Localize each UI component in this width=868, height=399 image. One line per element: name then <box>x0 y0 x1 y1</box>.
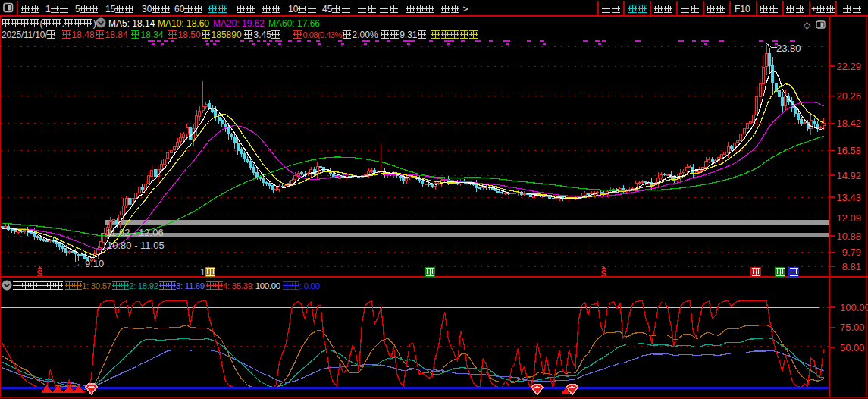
svg-text:75.00: 75.00 <box>840 322 865 333</box>
svg-text:11.62 - 12.06: 11.62 - 12.06 <box>106 227 164 238</box>
svg-text:10.88: 10.88 <box>836 231 861 242</box>
svg-text:16.58: 16.58 <box>836 145 861 156</box>
svg-text:12.09: 12.09 <box>836 212 861 224</box>
svg-text:22.29: 22.29 <box>836 61 861 72</box>
svg-text:18.42: 18.42 <box>836 118 861 129</box>
svg-text:←9.10: ←9.10 <box>75 258 104 269</box>
svg-text:20.26: 20.26 <box>836 90 861 102</box>
svg-text:14.92: 14.92 <box>836 170 861 181</box>
svg-text:50.00: 50.00 <box>840 342 865 353</box>
svg-text:10.80 - 11.05: 10.80 - 11.05 <box>107 240 165 251</box>
svg-text:9.79: 9.79 <box>842 247 861 258</box>
svg-text:8.81: 8.81 <box>842 261 861 272</box>
svg-text:13.43: 13.43 <box>836 192 861 203</box>
svg-text:100.00: 100.00 <box>840 302 868 313</box>
svg-text:23.80: 23.80 <box>776 42 801 54</box>
